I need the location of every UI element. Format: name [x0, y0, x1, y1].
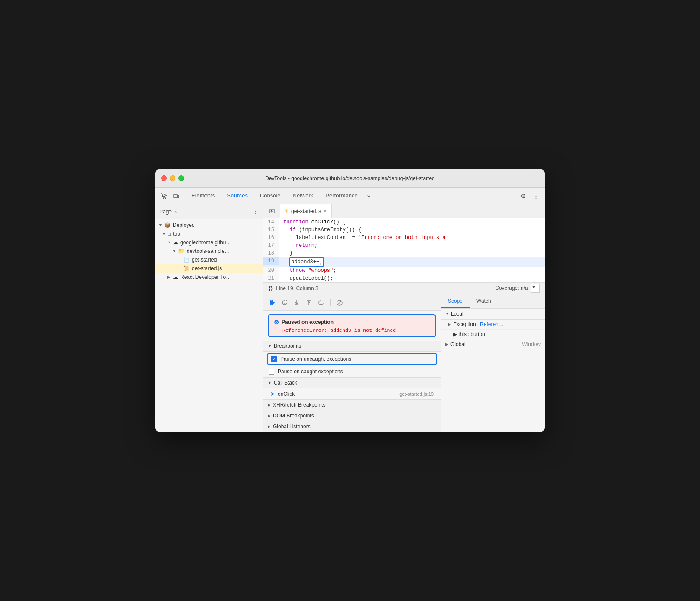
exception-banner: ⊗ Paused on exception ReferenceError: ad…	[268, 314, 436, 337]
call-stack-label: Call Stack	[274, 380, 297, 386]
code-editor: 14 function onClick() { 15 if (inputsAre…	[263, 218, 545, 282]
svg-rect-5	[272, 300, 273, 305]
step-into-button[interactable]	[292, 298, 301, 307]
main-layout: Page » ⋮ ▼ 📦 Deployed ▼ □ top	[155, 204, 545, 432]
debugger-toolbar	[263, 294, 441, 311]
inspector-icons	[159, 191, 182, 202]
pause-uncaught-label: Pause on uncaught exceptions	[280, 356, 351, 362]
step-button[interactable]	[316, 298, 326, 307]
tree-item-devtools-samples[interactable]: ▼ 📁 devtools-sample…	[155, 247, 263, 255]
breakpoints-section: ▼ Breakpoints Pause on uncaught exceptio…	[263, 341, 441, 378]
call-stack-section: ▼ Call Stack ➤ onClick get-started.js:19	[263, 378, 441, 400]
scope-this-item[interactable]: ▶ ▶ this : button	[441, 330, 545, 339]
inspect-icon[interactable]	[159, 191, 170, 202]
resume-button[interactable]	[268, 298, 277, 307]
local-section-header[interactable]: ▼ Local	[441, 309, 545, 320]
global-label: Global Listeners	[273, 423, 311, 430]
code-line-16: 16 label.textContent = 'Error: one or bo…	[263, 234, 545, 242]
tab-elements[interactable]: Elements	[185, 188, 221, 204]
xhr-arrow-icon: ▶	[268, 403, 271, 407]
devtools-tab-bar: Elements Sources Console Network Perform…	[155, 188, 545, 204]
pause-caught-checkbox[interactable]	[269, 369, 274, 375]
code-line-14: 14 function onClick() {	[263, 218, 545, 226]
global-listeners-section[interactable]: ▶ Global Listeners	[263, 421, 441, 432]
tree-item-top[interactable]: ▼ □ top	[155, 229, 263, 238]
tab-console[interactable]: Console	[254, 188, 287, 204]
right-panel: ⚠ get-started.js ✕ 14 function onClick()…	[263, 204, 545, 432]
format-icon[interactable]: {}	[269, 285, 272, 291]
xhr-breakpoints-section[interactable]: ▶ XHR/fetch Breakpoints	[263, 400, 441, 410]
call-stack-header[interactable]: ▼ Call Stack	[263, 378, 441, 388]
folder-icon: 📁	[178, 248, 185, 254]
breakpoints-header[interactable]: ▼ Breakpoints	[263, 341, 441, 352]
coverage-label: Coverage: n/a ▼	[495, 284, 540, 293]
tab-watch[interactable]: Watch	[470, 294, 498, 308]
deactivate-button[interactable]	[335, 298, 344, 307]
step-over-button[interactable]	[280, 298, 289, 307]
code-line-21: 21 updateLabel();	[263, 275, 545, 282]
title-bar: DevTools - googlechrome.github.io/devtoo…	[155, 169, 545, 188]
code-filename: get-started.js	[291, 208, 321, 214]
tree-item-react[interactable]: ▶ ☁ React Developer To…	[155, 273, 263, 281]
this-key: ▶ this	[453, 331, 467, 337]
package-icon: 📦	[164, 222, 171, 228]
exception-title-text: Paused on exception	[282, 319, 334, 325]
device-icon[interactable]	[171, 191, 182, 202]
cloud-icon: ☁	[173, 239, 178, 246]
tree-item-get-started[interactable]: 📄 get-started	[155, 255, 263, 264]
exception-close-icon[interactable]: ⊗	[274, 319, 279, 326]
file-tree: ▼ 📦 Deployed ▼ □ top ▼ ☁ googlechrome.gi…	[155, 219, 263, 432]
global-scope-arrow-icon: ▶	[445, 342, 448, 346]
this-value: button	[470, 331, 485, 337]
call-stack-onclick[interactable]: ➤ onClick get-started.js:19	[263, 388, 441, 399]
scope-global-item[interactable]: ▶ Global Window	[441, 339, 545, 349]
devtools-window: DevTools - googlechrome.github.io/devtoo…	[155, 169, 545, 432]
code-file-tab[interactable]: ⚠ get-started.js ✕	[280, 204, 332, 218]
debugger-right: Scope Watch ▼ Local ▶ Exception : Refere…	[441, 294, 545, 432]
menu-icon[interactable]: ⋮	[530, 191, 541, 202]
minimize-button[interactable]	[170, 175, 175, 181]
code-back-btn[interactable]	[267, 206, 277, 216]
local-arrow-icon: ▼	[445, 312, 449, 316]
step-out-button[interactable]	[304, 298, 314, 307]
global-arrow-icon: ▶	[268, 424, 271, 429]
settings-icon[interactable]: ⚙	[517, 191, 528, 202]
close-tab-icon[interactable]: ✕	[323, 208, 327, 214]
tab-performance[interactable]: Performance	[319, 188, 363, 204]
svg-rect-4	[270, 300, 272, 305]
scope-tab-bar: Scope Watch	[441, 294, 545, 309]
pause-uncaught-checkbox[interactable]	[271, 356, 277, 362]
page-label: Page	[159, 209, 172, 215]
tab-network[interactable]: Network	[287, 188, 320, 204]
dom-breakpoints-section[interactable]: ▶ DOM Breakpoints	[263, 410, 441, 421]
close-button[interactable]	[161, 175, 167, 181]
code-tab-bar: ⚠ get-started.js ✕	[263, 204, 545, 218]
tab-scope[interactable]: Scope	[441, 294, 470, 308]
breakpoint-highlight: addend3++;	[289, 257, 324, 267]
call-stack-file-ref: get-started.js:19	[399, 391, 434, 397]
tab-sources[interactable]: Sources	[221, 188, 254, 204]
js-file-icon: 📜	[183, 265, 190, 271]
call-stack-item-arrow-icon: ➤	[270, 391, 275, 397]
exception-key: Exception	[453, 321, 476, 327]
window-title: DevTools - googlechrome.github.io/devtoo…	[265, 175, 435, 181]
svg-rect-0	[174, 194, 177, 198]
dom-label: DOM Breakpoints	[273, 413, 314, 419]
tree-item-get-started-js[interactable]: 📜 get-started.js	[155, 264, 263, 273]
page-more[interactable]: »	[174, 209, 177, 214]
tab-more[interactable]: »	[364, 193, 374, 199]
pause-caught-label: Pause on caught exceptions	[278, 368, 343, 375]
pause-caught-item: Pause on caught exceptions	[263, 366, 441, 377]
maximize-button[interactable]	[178, 175, 184, 181]
code-line-17: 17 return;	[263, 242, 545, 249]
toolbar-separator	[330, 299, 331, 306]
coverage-dropdown[interactable]: ▼	[531, 284, 540, 293]
exception-title: ⊗ Paused on exception	[274, 319, 430, 326]
window-icon: □	[168, 231, 171, 237]
tree-item-googlechrome[interactable]: ▼ ☁ googlechrome.githu…	[155, 238, 263, 247]
code-line-20: 20 throw "whoops";	[263, 267, 545, 275]
call-stack-fn-name: onClick	[278, 391, 399, 397]
panel-menu-icon[interactable]: ⋮	[253, 208, 259, 215]
tree-item-deployed[interactable]: ▼ 📦 Deployed	[155, 221, 263, 229]
scope-exception-item[interactable]: ▶ Exception : Referen…	[441, 320, 545, 330]
